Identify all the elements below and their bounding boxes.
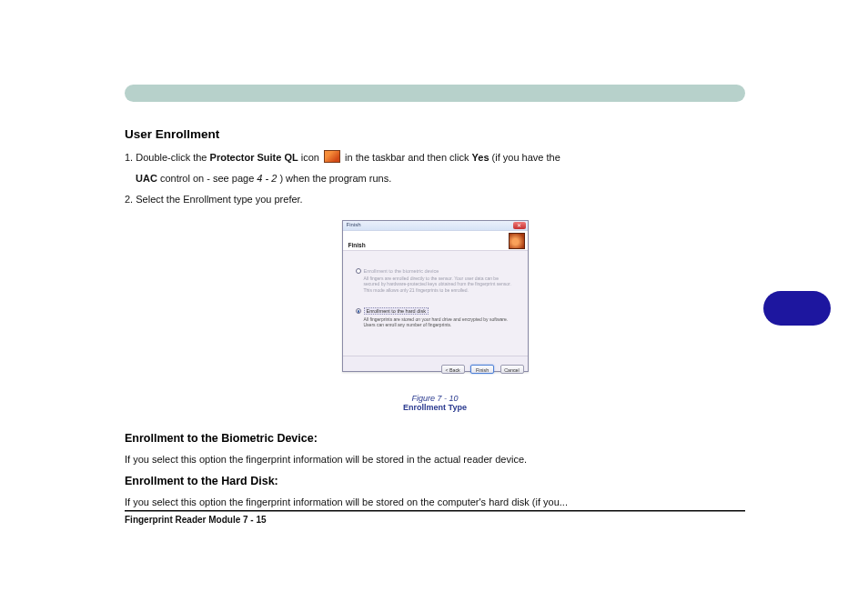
figure-caption: Figure 7 - 10 Enrollment Type (125, 394, 745, 412)
footer-rule (125, 510, 745, 512)
step-1: 1. Double-click the Protector Suite QL i… (125, 150, 745, 166)
footer-text: Fingerprint Reader Module 7 - 15 (125, 515, 267, 525)
dialog-body: Enrollment to the biometric device All f… (343, 251, 528, 327)
radio-icon (356, 268, 361, 274)
fingerprint-logo-icon (509, 233, 525, 249)
dialog-header: Finish (343, 231, 528, 251)
dialog-footer: < Back Finish Cancel (343, 356, 528, 371)
uac-label: UAC (136, 173, 157, 184)
step1-mid: icon (301, 152, 322, 163)
yes-label: Yes (472, 152, 490, 163)
page-side-tab (763, 291, 831, 326)
cancel-button[interactable]: Cancel (500, 365, 524, 374)
biometric-desc: All fingers are enrolled directly to the… (356, 274, 515, 293)
step-2: 2. Select the Enrollment type you prefer… (125, 192, 745, 207)
step1-tail: (if you have the (492, 152, 560, 163)
step1-prefix: 1. Double-click the (125, 152, 210, 163)
dialog-titlebar: Finish ✕ (343, 221, 528, 231)
fig-title: Enrollment Type (403, 403, 467, 412)
sub-enroll-harddisk-desc: If you select this option the fingerprin… (125, 495, 745, 510)
sub-enroll-biometric-desc: If you select this option the fingerprin… (125, 452, 745, 467)
fingerprint-app-icon (324, 150, 340, 163)
heading-user-enrollment: User Enrollment (125, 127, 745, 141)
protector-suite-label: Protector Suite QL (210, 152, 298, 163)
page-ref: 4 - 2 (257, 173, 277, 184)
section-header-bar (125, 85, 745, 102)
back-button[interactable]: < Back (441, 365, 465, 374)
finish-dialog: Finish ✕ Finish Enrollment to the biomet… (342, 220, 529, 372)
dialog-title: Finish (348, 242, 366, 248)
step1c-tail: ) when the program runs. (279, 173, 391, 184)
step1c-after: control on - see page (160, 173, 257, 184)
close-icon[interactable]: ✕ (513, 222, 526, 229)
fig-num: Figure 7 - 10 (411, 394, 458, 403)
window-title: Finish (347, 222, 361, 227)
radio-hard-disk[interactable]: Enrollment to the hard disk (356, 307, 515, 315)
sub-enroll-biometric: Enrollment to the Biometric Device: (125, 432, 745, 445)
step1-after: in the taskbar and then click (345, 152, 471, 163)
step-1-cont: UAC control on - see page 4 - 2 ) when t… (125, 171, 745, 186)
radio-biometric-label: Enrollment to the biometric device (364, 268, 439, 274)
finish-button[interactable]: Finish (470, 365, 494, 374)
radio-harddisk-label: Enrollment to the hard disk (364, 307, 429, 315)
harddisk-desc: All fingerprints are stored on your hard… (356, 315, 515, 328)
sub-enroll-harddisk: Enrollment to the Hard Disk: (125, 475, 745, 487)
radio-icon (356, 308, 361, 314)
